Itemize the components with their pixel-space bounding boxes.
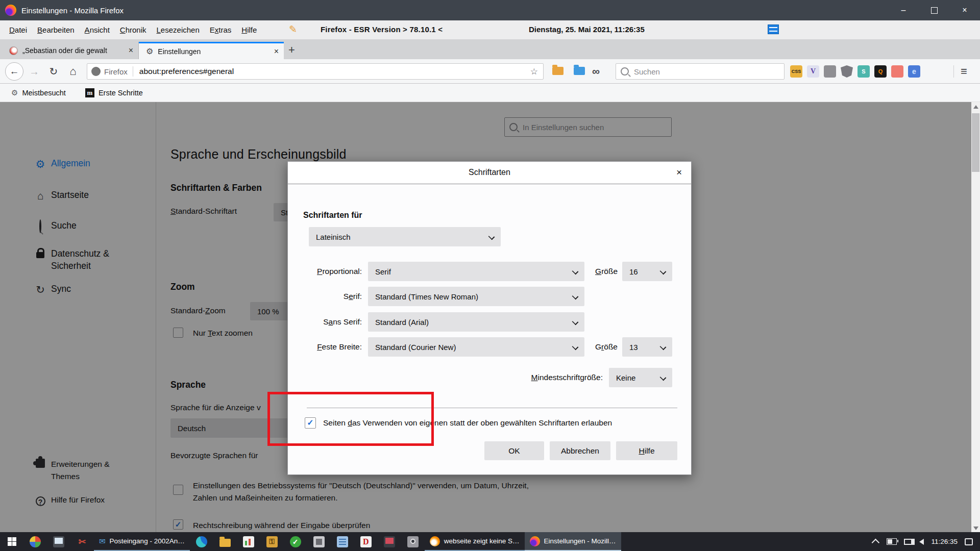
- edge-app-icon[interactable]: [190, 532, 213, 551]
- firefox-icon: [530, 536, 540, 546]
- dialog-title: Schriftarten: [288, 168, 691, 177]
- chevron-down-icon: [572, 268, 579, 275]
- min-font-size-select[interactable]: Keine: [609, 368, 672, 387]
- menu-item-datei[interactable]: Datei: [4, 26, 32, 34]
- css-extension-icon[interactable]: CSS: [790, 65, 802, 78]
- key-app-icon[interactable]: ⚿: [260, 532, 284, 551]
- v-extension-icon[interactable]: V: [807, 65, 819, 78]
- q-extension-icon[interactable]: Q: [874, 65, 887, 78]
- window-list-icon[interactable]: [768, 24, 779, 34]
- envelope-icon: ✉: [99, 537, 106, 546]
- scroll-down-arrow[interactable]: [973, 527, 978, 530]
- tab-sebastian[interactable]: „Sebastian oder die gewalt ×: [3, 42, 139, 59]
- scrollbar-thumb[interactable]: [972, 113, 979, 172]
- navigation-toolbar: ← → ↻ ⌂ Firefox ☆ ∞ CSS V S Q e: [0, 59, 980, 84]
- close-button[interactable]: ×: [949, 0, 980, 20]
- home-icon: ⌂: [69, 65, 76, 78]
- bookmark-erste-schritte[interactable]: Erste Schritte: [99, 89, 143, 97]
- forward-button[interactable]: →: [27, 59, 42, 84]
- menu-item-ansicht[interactable]: Ansicht: [80, 26, 115, 34]
- notes-app-icon[interactable]: [331, 532, 354, 551]
- sans-serif-select[interactable]: Standard (Arial): [368, 312, 584, 332]
- menu-item-bearbeiten[interactable]: Bearbeiten: [32, 26, 80, 34]
- card-app-icon[interactable]: [307, 532, 331, 551]
- d-app-icon[interactable]: D: [354, 532, 378, 551]
- new-tab-button[interactable]: +: [288, 43, 295, 57]
- network-monitor-icon[interactable]: [904, 539, 912, 545]
- page-scrollbar[interactable]: [971, 102, 980, 533]
- window-titlebar: Einstellungen - Mozilla Firefox – ×: [0, 0, 980, 20]
- size-label: Größe: [591, 267, 618, 276]
- datetime-text: Dienstag, 25. Mai 2021, 11:26:35: [529, 25, 645, 34]
- monospace-size-select[interactable]: 13: [622, 337, 672, 357]
- chevron-down-icon: [660, 268, 667, 275]
- monitor-app-icon[interactable]: [47, 532, 70, 551]
- library-folder-icon[interactable]: [552, 67, 564, 75]
- pinwheel-app-icon[interactable]: [23, 532, 47, 551]
- monospace-select[interactable]: Standard (Courier New): [368, 337, 584, 357]
- camera-app-icon[interactable]: [401, 532, 425, 551]
- speaker-icon[interactable]: [919, 539, 924, 545]
- tray-chevron-icon[interactable]: [872, 539, 880, 547]
- menu-bar: Datei Bearbeiten Ansicht Chronik Lesezei…: [0, 20, 980, 39]
- tab-close-icon[interactable]: ×: [129, 46, 133, 55]
- script-select[interactable]: Lateinisch: [309, 227, 501, 246]
- task-mail[interactable]: ✉ Posteingang - 2002An…: [94, 532, 190, 551]
- search-input[interactable]: [633, 67, 784, 77]
- fonts-for-label: Schriftarten für: [303, 211, 362, 220]
- toolbar-search[interactable]: [616, 63, 785, 80]
- check-app-icon[interactable]: ✓: [284, 532, 307, 551]
- url-bar[interactable]: Firefox ☆: [87, 63, 544, 80]
- bookmark-star-icon[interactable]: ☆: [530, 66, 538, 77]
- bookmark-meistbesucht[interactable]: Meistbesucht: [22, 89, 65, 97]
- blue-extension-icon[interactable]: e: [908, 65, 920, 78]
- menu-hamburger-icon[interactable]: ≡: [961, 59, 967, 84]
- menu-item-extras[interactable]: Extras: [205, 26, 237, 34]
- menu-item-chronik[interactable]: Chronik: [115, 26, 152, 34]
- infinity-icon[interactable]: ∞: [592, 59, 600, 84]
- extension-strip: CSS V S Q e: [790, 59, 920, 84]
- notification-center-icon[interactable]: [965, 538, 973, 545]
- chart-app-icon[interactable]: [237, 532, 260, 551]
- gray-extension-icon[interactable]: [824, 65, 836, 78]
- annotation-rectangle: [267, 392, 434, 446]
- proportional-select[interactable]: Serif: [368, 262, 584, 281]
- snipping-app-icon[interactable]: ✂: [70, 532, 94, 551]
- start-button[interactable]: [0, 532, 23, 551]
- battery-icon[interactable]: [887, 538, 897, 545]
- explorer-app-icon[interactable]: [213, 532, 237, 551]
- sans-serif-label: Sans Serif:: [288, 317, 362, 327]
- home-button[interactable]: ⌂: [65, 59, 81, 84]
- back-button[interactable]: ←: [5, 59, 23, 84]
- cancel-button[interactable]: Abbrechen: [550, 441, 610, 460]
- ok-button[interactable]: OK: [484, 441, 544, 460]
- restore-button[interactable]: [919, 0, 949, 20]
- tray-clock[interactable]: 11:26:35: [931, 538, 958, 545]
- url-separator: [133, 66, 133, 77]
- shield-extension-icon[interactable]: [841, 65, 853, 78]
- menu-item-lesezeichen[interactable]: Lesezeichen: [152, 26, 205, 34]
- tab-close-icon[interactable]: ×: [274, 47, 279, 56]
- chevron-down-icon: [660, 344, 667, 350]
- screen: Einstellungen - Mozilla Firefox – × Date…: [0, 0, 980, 551]
- url-input[interactable]: [138, 66, 530, 77]
- menu-item-hilfe[interactable]: Hilfe: [236, 26, 262, 34]
- minimize-button[interactable]: –: [888, 0, 919, 20]
- pencil-icon[interactable]: ✎: [289, 23, 297, 35]
- chevron-down-icon: [572, 344, 579, 350]
- proportional-size-select[interactable]: 16: [622, 262, 672, 281]
- gear-icon: ⚙: [11, 88, 18, 97]
- s-extension-icon[interactable]: S: [857, 65, 870, 78]
- scroll-up-arrow[interactable]: [973, 105, 978, 109]
- tab-einstellungen[interactable]: ⚙ Einstellungen ×: [139, 42, 284, 59]
- task-firefox-settings[interactable]: Einstellungen - Mozill…: [525, 532, 621, 551]
- serif-select[interactable]: Standard (Times New Roman): [368, 287, 584, 306]
- red-extension-icon[interactable]: [891, 65, 903, 78]
- dialog-close-icon[interactable]: ×: [676, 167, 682, 178]
- bookmarks-folder-icon[interactable]: [574, 67, 585, 75]
- reload-button[interactable]: ↻: [46, 59, 61, 84]
- min-font-size-label: Mindestschriftgröße:: [477, 373, 603, 382]
- task-website[interactable]: webseite zeigt keine S…: [425, 532, 525, 551]
- remote-monitor-app-icon[interactable]: [378, 532, 401, 551]
- help-button[interactable]: Hilfe: [616, 441, 677, 460]
